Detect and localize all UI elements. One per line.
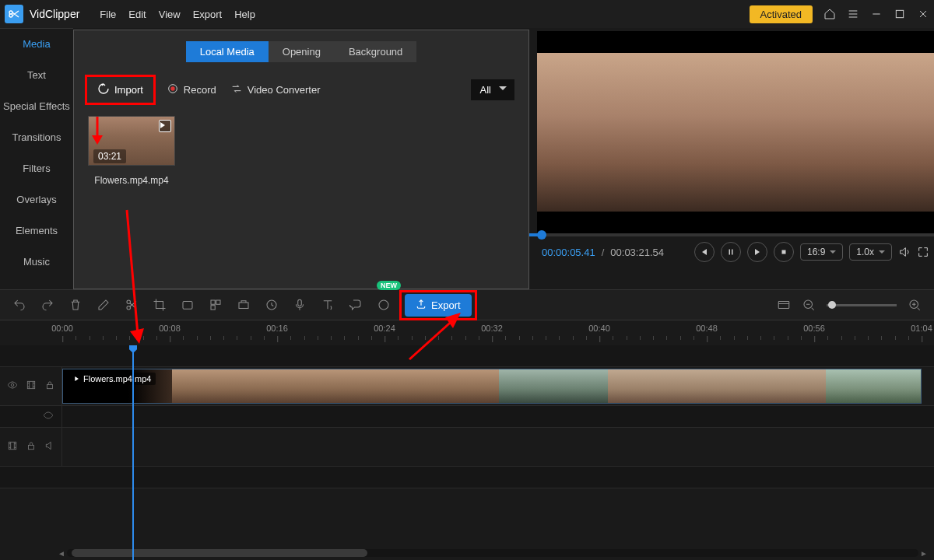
- export-button[interactable]: Export: [405, 294, 472, 317]
- tab-background[interactable]: Background: [335, 41, 416, 62]
- tab-local-media[interactable]: Local Media: [186, 41, 269, 62]
- import-button[interactable]: Import: [88, 78, 153, 102]
- scrollbar-thumb[interactable]: [72, 549, 367, 557]
- scroll-right-icon[interactable]: ►: [920, 549, 928, 557]
- next-frame-button[interactable]: [747, 242, 767, 262]
- ruler-tick: 00:16: [266, 324, 288, 333]
- record-icon: [167, 82, 179, 97]
- svg-rect-5: [781, 250, 785, 254]
- maximize-icon[interactable]: [894, 8, 906, 20]
- text-to-speech-icon[interactable]: [321, 298, 335, 312]
- sidebar-item-transitions[interactable]: Transitions: [0, 121, 73, 152]
- media-filter-select[interactable]: All: [471, 79, 514, 100]
- media-clip-thumbnail[interactable]: 03:21 Flowers.mp4.mp4: [88, 116, 175, 186]
- zoom-keyframe-icon[interactable]: [237, 298, 251, 312]
- playback-speed-select[interactable]: 1.0x: [849, 243, 892, 261]
- sidebar-item-elements[interactable]: Elements: [0, 215, 73, 246]
- track-head-video: [0, 367, 62, 405]
- timeline-tracks: Flowers.mp4.mp4 ◄ ►: [0, 345, 934, 560]
- mosaic-icon[interactable]: [209, 298, 223, 312]
- record-label: Record: [184, 84, 216, 96]
- menu-edit[interactable]: Edit: [122, 9, 152, 20]
- timeline-preview-icon[interactable]: [777, 298, 791, 312]
- ruler-tick: 01:04: [911, 324, 932, 333]
- ai-tool-button[interactable]: NEW: [377, 298, 391, 312]
- svg-rect-16: [778, 302, 789, 309]
- voiceover-icon[interactable]: [293, 298, 307, 312]
- record-button[interactable]: Record: [167, 82, 216, 97]
- fullscreen-icon[interactable]: [917, 246, 929, 258]
- snapshot-icon[interactable]: [181, 298, 195, 312]
- video-track-2[interactable]: [0, 428, 934, 467]
- volume-icon[interactable]: [898, 246, 911, 258]
- sidebar: Media Text Special Effects Transitions F…: [0, 28, 73, 289]
- scrub-handle[interactable]: [537, 230, 546, 240]
- stop-button[interactable]: [774, 242, 794, 262]
- redo-icon[interactable]: [40, 298, 54, 312]
- timeline-scrollbar[interactable]: ◄ ►: [67, 549, 918, 557]
- scroll-left-icon[interactable]: ◄: [58, 549, 65, 557]
- svg-point-2: [170, 86, 174, 90]
- zoom-handle[interactable]: [828, 301, 836, 309]
- close-icon[interactable]: [917, 8, 929, 20]
- menu-view[interactable]: View: [153, 9, 187, 20]
- filter-value: All: [480, 84, 491, 96]
- sidebar-item-music[interactable]: Music: [0, 246, 73, 277]
- timeline-clip[interactable]: Flowers.mp4.mp4: [62, 369, 922, 404]
- svg-rect-10: [216, 300, 220, 304]
- preview-scrubber[interactable]: [529, 233, 934, 236]
- prev-frame-button[interactable]: [694, 242, 715, 262]
- app-logo: [5, 5, 23, 23]
- ruler-tick: 00:40: [588, 324, 610, 333]
- converter-icon: [230, 82, 243, 97]
- time-total: 00:03:21.54: [610, 247, 664, 258]
- sidebar-item-text[interactable]: Text: [0, 59, 73, 90]
- eye-icon[interactable]: [43, 410, 54, 423]
- preview-screen[interactable]: [537, 31, 934, 233]
- duration-icon[interactable]: [265, 298, 279, 312]
- sidebar-item-filters[interactable]: Filters: [0, 152, 73, 184]
- svg-rect-23: [28, 445, 33, 449]
- playhead[interactable]: [132, 345, 134, 560]
- film-icon: [7, 440, 18, 453]
- svg-rect-0: [896, 10, 903, 17]
- sidebar-item-overlays[interactable]: Overlays: [0, 184, 73, 215]
- hamburger-icon[interactable]: [847, 8, 859, 20]
- lock-icon[interactable]: [44, 380, 55, 393]
- video-track-1[interactable]: Flowers.mp4.mp4: [0, 367, 934, 406]
- menu-export[interactable]: Export: [187, 9, 229, 20]
- menu-help[interactable]: Help: [228, 9, 262, 20]
- sidebar-item-special-effects[interactable]: Special Effects: [0, 90, 73, 121]
- undo-icon[interactable]: [12, 298, 26, 312]
- ruler-tick: 00:56: [803, 324, 825, 333]
- svg-point-19: [11, 383, 14, 387]
- ruler-tick: 00:48: [696, 324, 718, 333]
- delete-icon[interactable]: [68, 298, 83, 312]
- lock-icon[interactable]: [26, 440, 37, 453]
- activated-button[interactable]: Activated: [750, 5, 813, 23]
- mute-icon[interactable]: [44, 440, 55, 453]
- aspect-ratio-select[interactable]: 16:9: [800, 243, 843, 261]
- edit-icon[interactable]: [97, 298, 111, 312]
- timeline-ruler[interactable]: 00:0000:0800:1600:2400:3200:4000:4800:56…: [0, 320, 934, 345]
- timeline-clip-label: Flowers.mp4.mp4: [68, 373, 156, 385]
- export-label: Export: [431, 299, 461, 311]
- zoom-out-icon[interactable]: [802, 298, 816, 312]
- home-icon[interactable]: [823, 8, 836, 20]
- split-icon[interactable]: [125, 298, 139, 312]
- preview-frame: [537, 53, 934, 212]
- zoom-in-icon[interactable]: [908, 298, 922, 312]
- pause-button[interactable]: [721, 242, 741, 262]
- speech-to-text-icon[interactable]: [349, 298, 363, 312]
- zoom-slider[interactable]: [827, 304, 897, 306]
- minimize-icon[interactable]: [870, 8, 883, 20]
- svg-rect-12: [239, 303, 248, 309]
- sidebar-item-media[interactable]: Media: [0, 28, 73, 59]
- menu-file[interactable]: File: [93, 9, 122, 20]
- eye-icon[interactable]: [7, 380, 18, 393]
- tab-opening[interactable]: Opening: [269, 41, 335, 62]
- video-converter-button[interactable]: Video Converter: [230, 82, 321, 97]
- media-clip-name: Flowers.mp4.mp4: [88, 175, 175, 186]
- preview-panel: 00:00:05.41 / 00:03:21.54 16:9 1.0x: [537, 28, 934, 289]
- crop-icon[interactable]: [153, 298, 167, 312]
